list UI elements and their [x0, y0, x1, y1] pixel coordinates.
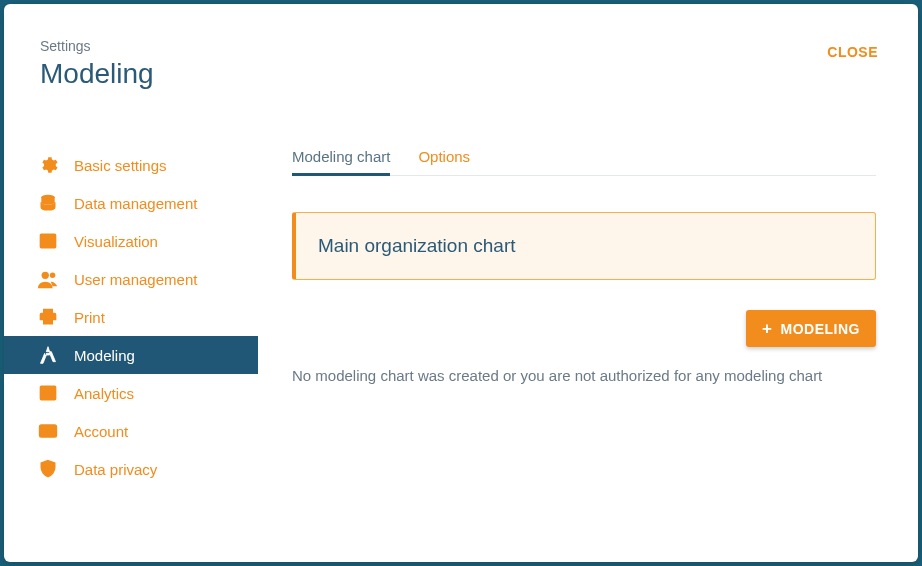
sidebar-item-analytics[interactable]: Analytics: [4, 374, 258, 412]
chart-icon: [34, 383, 62, 403]
empty-message: No modeling chart was created or you are…: [292, 365, 876, 386]
sidebar-item-user-management[interactable]: User management: [4, 260, 258, 298]
svg-point-7: [50, 273, 56, 279]
sidebar-item-data-management[interactable]: Data management: [4, 184, 258, 222]
sidebar-item-label: Account: [74, 423, 128, 440]
gear-icon: [34, 155, 62, 175]
shield-icon: [34, 459, 62, 479]
card-icon: [34, 421, 62, 441]
chart-card-title: Main organization chart: [318, 235, 516, 256]
tabs: Modeling chart Options: [292, 138, 876, 176]
content-area: Modeling chart Options Main organization…: [258, 106, 918, 562]
modal-body: Basic settings Data management Visualiza…: [4, 106, 918, 562]
grid-icon: [34, 231, 62, 251]
sidebar-item-basic-settings[interactable]: Basic settings: [4, 146, 258, 184]
sidebar-item-label: User management: [74, 271, 197, 288]
sidebar-item-data-privacy[interactable]: Data privacy: [4, 450, 258, 488]
database-icon: [34, 193, 62, 213]
action-row: + MODELING: [292, 310, 876, 347]
header-left: Settings Modeling: [40, 38, 154, 90]
add-button-label: MODELING: [781, 321, 860, 337]
tab-options[interactable]: Options: [418, 138, 470, 175]
plus-icon: +: [762, 320, 772, 337]
svg-rect-9: [40, 425, 57, 437]
sidebar-item-modeling[interactable]: Modeling: [4, 336, 258, 374]
sidebar-item-account[interactable]: Account: [4, 412, 258, 450]
sidebar-item-label: Analytics: [74, 385, 134, 402]
chart-card[interactable]: Main organization chart: [292, 212, 876, 280]
modal-header: Settings Modeling CLOSE: [4, 4, 918, 106]
page-title: Modeling: [40, 58, 154, 90]
sidebar: Basic settings Data management Visualiza…: [4, 106, 258, 562]
tab-modeling-chart[interactable]: Modeling chart: [292, 138, 390, 175]
sidebar-item-label: Visualization: [74, 233, 158, 250]
users-icon: [34, 269, 62, 289]
compass-icon: [34, 345, 62, 365]
svg-rect-1: [41, 234, 56, 247]
sidebar-item-label: Data privacy: [74, 461, 157, 478]
breadcrumb: Settings: [40, 38, 154, 54]
sidebar-item-print[interactable]: Print: [4, 298, 258, 336]
add-modeling-button[interactable]: + MODELING: [746, 310, 876, 347]
sidebar-item-label: Data management: [74, 195, 197, 212]
sidebar-item-label: Modeling: [74, 347, 135, 364]
sidebar-item-label: Basic settings: [74, 157, 167, 174]
close-button[interactable]: CLOSE: [827, 38, 878, 60]
svg-point-6: [42, 272, 49, 279]
sidebar-item-label: Print: [74, 309, 105, 326]
sidebar-item-visualization[interactable]: Visualization: [4, 222, 258, 260]
printer-icon: [34, 307, 62, 327]
settings-modal: Settings Modeling CLOSE Basic settings D…: [4, 4, 918, 562]
